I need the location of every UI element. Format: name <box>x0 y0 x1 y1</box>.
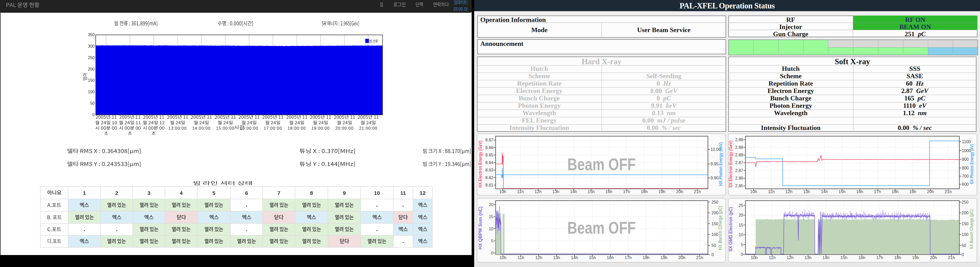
svg-text:Beam OFF: Beam OFF <box>567 218 636 237</box>
svg-text:11h: 11h <box>769 255 776 260</box>
svg-text:8.66: 8.66 <box>485 145 493 150</box>
svg-text:900: 900 <box>962 157 969 161</box>
svg-text:8.62: 8.62 <box>485 175 493 180</box>
svg-text:21h: 21h <box>948 255 955 260</box>
svg-text:13h: 13h <box>803 189 810 194</box>
svg-text:8.64: 8.64 <box>485 161 493 165</box>
svg-text:15h: 15h <box>589 255 596 260</box>
svg-text:11h: 11h <box>517 255 524 260</box>
svg-text:18h: 18h <box>643 255 650 260</box>
svg-text:0: 0 <box>711 253 714 257</box>
svg-text:12h: 12h <box>787 255 794 260</box>
svg-text:8.65: 8.65 <box>485 153 493 157</box>
svg-text:10: 10 <box>738 232 743 237</box>
svg-text:SX Photon Energy (eV): SX Photon Energy (eV) <box>969 144 974 184</box>
svg-text:18h: 18h <box>892 189 899 194</box>
svg-text:15h: 15h <box>840 255 848 260</box>
svg-text:19h: 19h <box>660 255 668 260</box>
svg-text:2.88: 2.88 <box>735 145 743 150</box>
svg-text:14h: 14h <box>570 189 577 194</box>
svg-text:2.88: 2.88 <box>735 153 743 157</box>
svg-text:17h: 17h <box>625 255 632 260</box>
svg-text:SX Bunch Charge (pC): SX Bunch Charge (pC) <box>969 209 974 249</box>
svg-text:16h: 16h <box>607 255 614 260</box>
svg-text:8.67: 8.67 <box>485 138 493 142</box>
svg-text:200: 200 <box>962 211 969 215</box>
svg-text:15h: 15h <box>588 189 595 194</box>
svg-text:15: 15 <box>738 223 743 227</box>
svg-text:50: 50 <box>962 243 966 248</box>
svg-text:20h: 20h <box>930 255 937 260</box>
svg-text:10h: 10h <box>499 189 506 194</box>
svg-text:20: 20 <box>738 213 743 217</box>
svg-text:20h: 20h <box>678 255 686 260</box>
svg-text:12h: 12h <box>786 189 793 194</box>
svg-text:2.88: 2.88 <box>735 137 743 142</box>
svg-text:2.87: 2.87 <box>735 161 743 165</box>
svg-text:13h: 13h <box>804 255 811 260</box>
svg-text:19h: 19h <box>912 255 919 260</box>
svg-text:20h: 20h <box>927 189 934 194</box>
svg-text:21h: 21h <box>694 189 701 194</box>
svg-text:50: 50 <box>711 243 716 248</box>
svg-text:8.61: 8.61 <box>485 183 493 187</box>
svg-text:1100: 1100 <box>962 140 971 144</box>
svg-text:14h: 14h <box>571 255 578 260</box>
svg-text:0: 0 <box>741 252 743 256</box>
svg-text:10h: 10h <box>750 189 757 194</box>
svg-text:10: 10 <box>489 227 493 231</box>
svg-text:14h: 14h <box>822 255 830 260</box>
svg-text:100: 100 <box>962 232 969 237</box>
svg-text:SX Electron Energy (GeV): SX Electron Energy (GeV) <box>728 141 733 188</box>
svg-text:9.90: 9.90 <box>711 176 718 180</box>
svg-text:10h: 10h <box>751 255 758 260</box>
svg-text:12h: 12h <box>535 189 542 194</box>
svg-text:800: 800 <box>962 166 969 170</box>
svg-text:20h: 20h <box>676 189 683 194</box>
svg-text:15: 15 <box>489 215 493 219</box>
svg-text:700: 700 <box>962 174 969 179</box>
svg-text:16h: 16h <box>605 189 612 194</box>
svg-text:17h: 17h <box>876 255 883 260</box>
svg-text:2.86: 2.86 <box>735 176 743 180</box>
svg-text:2.85: 2.85 <box>735 184 743 188</box>
svg-text:5: 5 <box>741 243 743 247</box>
svg-text:150: 150 <box>962 222 969 226</box>
svg-text:11h: 11h <box>768 189 775 194</box>
svg-text:25: 25 <box>738 203 743 208</box>
svg-text:8.63: 8.63 <box>485 168 493 172</box>
svg-text:16h: 16h <box>856 189 863 194</box>
svg-text:250: 250 <box>962 200 969 204</box>
svg-text:SX GMD Electron (pC): SX GMD Electron (pC) <box>728 207 733 252</box>
svg-text:21h: 21h <box>945 189 952 194</box>
svg-text:17h: 17h <box>874 189 881 194</box>
svg-text:18h: 18h <box>894 255 901 260</box>
svg-text:HX Photon Energy (keV): HX Photon Energy (keV) <box>718 142 723 186</box>
svg-text:21h: 21h <box>696 255 703 260</box>
svg-text:600: 600 <box>962 182 969 186</box>
svg-text:Beam OFF: Beam OFF <box>567 155 636 174</box>
svg-text:15h: 15h <box>838 189 846 194</box>
svg-text:HX QBPM Sum (nC): HX QBPM Sum (nC) <box>478 207 483 250</box>
svg-text:13h: 13h <box>552 189 559 194</box>
svg-text:9.95: 9.95 <box>711 162 718 166</box>
svg-text:150: 150 <box>711 222 718 226</box>
svg-text:250: 250 <box>711 200 718 204</box>
svg-text:20: 20 <box>489 202 493 207</box>
svg-text:0: 0 <box>962 253 964 257</box>
svg-text:16h: 16h <box>858 255 865 260</box>
svg-text:5: 5 <box>491 239 493 243</box>
svg-text:14h: 14h <box>821 189 828 194</box>
svg-text:0: 0 <box>491 251 493 255</box>
svg-text:12h: 12h <box>535 255 542 260</box>
svg-text:19h: 19h <box>909 189 916 194</box>
svg-text:17h: 17h <box>623 189 630 194</box>
svg-text:100: 100 <box>711 232 718 237</box>
svg-text:19h: 19h <box>659 189 666 194</box>
svg-text:200: 200 <box>711 211 718 215</box>
svg-text:10h: 10h <box>500 255 507 260</box>
svg-text:13h: 13h <box>553 255 560 260</box>
svg-text:HX Electron Energy (GeV): HX Electron Energy (GeV) <box>478 141 483 188</box>
svg-text:HX Bunch Charge (pC): HX Bunch Charge (pC) <box>718 206 723 250</box>
svg-text:18h: 18h <box>641 189 648 194</box>
